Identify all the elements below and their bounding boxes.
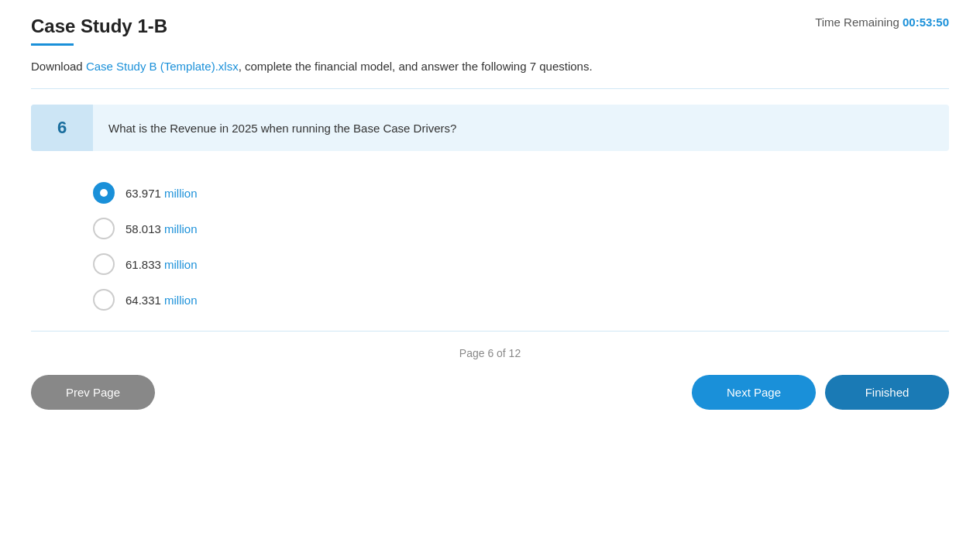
next-page-button[interactable]: Next Page (692, 375, 816, 410)
instruction-text: Download Case Study B (Template).xlsx, c… (31, 60, 949, 73)
answer-option-d[interactable]: 64.331 million (93, 289, 949, 311)
top-divider (31, 88, 949, 89)
page-title: Case Study 1-B (31, 15, 167, 37)
finished-button[interactable]: Finished (825, 375, 949, 410)
nav-buttons: Prev Page Next Page Finished (31, 375, 949, 410)
time-value: 00:53:50 (903, 15, 949, 29)
question-header: 6 What is the Revenue in 2025 when runni… (31, 105, 949, 151)
template-link[interactable]: Case Study B (Template).xlsx (86, 60, 239, 73)
radio-d[interactable] (93, 289, 115, 311)
answer-option-c[interactable]: 61.833 million (93, 253, 949, 275)
pagination-label: Page 6 of 12 (31, 347, 949, 359)
answer-option-b[interactable]: 58.013 million (93, 218, 949, 239)
time-remaining: Time Remaining 00:53:50 (815, 15, 949, 29)
answer-text-b: 58.013 million (126, 222, 198, 235)
answer-text-c: 61.833 million (126, 258, 198, 271)
answer-option-a[interactable]: 63.971 million (93, 182, 949, 204)
answers-section: 63.971 million 58.013 million 61.833 mil… (31, 170, 949, 323)
radio-c[interactable] (93, 253, 115, 275)
answer-text-d: 64.331 million (126, 294, 198, 307)
question-text: What is the Revenue in 2025 when running… (93, 105, 949, 151)
time-remaining-label: Time Remaining (815, 15, 899, 29)
radio-a[interactable] (93, 182, 115, 204)
title-underline (31, 43, 74, 46)
radio-b[interactable] (93, 218, 115, 239)
question-block: 6 What is the Revenue in 2025 when runni… (31, 105, 949, 151)
question-number: 6 (31, 105, 93, 151)
bottom-divider (31, 331, 949, 332)
page-header: Case Study 1-B Time Remaining 00:53:50 (31, 15, 949, 37)
answer-text-a: 63.971 million (126, 187, 198, 200)
right-buttons: Next Page Finished (692, 375, 949, 410)
prev-page-button[interactable]: Prev Page (31, 375, 155, 410)
